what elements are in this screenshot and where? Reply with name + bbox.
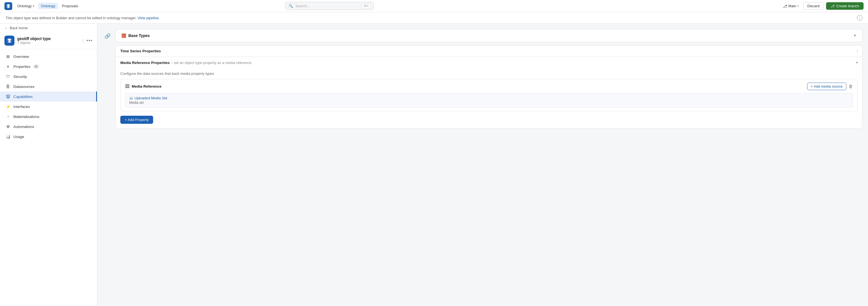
sidebar: ← Back home geotiff object type 7 object…	[0, 24, 97, 306]
time-series-header[interactable]: Time Series Properties ›	[116, 46, 862, 57]
media-card-actions: + Add media source 🗑	[807, 83, 853, 90]
branch-icon: ⎇	[783, 4, 787, 8]
plug-icon: ⚡	[5, 104, 10, 109]
svg-marker-0	[6, 94, 10, 96]
branch-plus-icon: ⎇	[831, 4, 835, 8]
media-reference-header[interactable]: Media Reference Properties – set an obje…	[116, 57, 862, 68]
layout: ← Back home geotiff object type 7 object…	[0, 24, 868, 306]
uploaded-media-icon: 🗂	[129, 96, 133, 100]
panels-col: 🧱 Base Types ▼ Time Series Properties ›	[116, 29, 863, 132]
sidebar-item-capabilities[interactable]: Capabilities	[0, 91, 97, 102]
add-property-button[interactable]: + Add Property	[120, 116, 153, 124]
media-reference-chevron: ▾	[856, 61, 858, 64]
nav-item-ontology-dropdown[interactable]: Ontology ▾	[14, 3, 37, 9]
capabilities-panel: Time Series Properties › Media Reference…	[116, 45, 863, 129]
search-icon: 🔍	[289, 4, 293, 8]
nav-section: Ontology ▾ Ontology Proposals	[14, 3, 81, 9]
layers-icon	[5, 94, 10, 99]
add-media-source-button[interactable]: + Add media source	[807, 83, 846, 90]
object-type-info: geotiff object type 7 objects	[17, 36, 51, 45]
more-options-icon[interactable]: •••	[86, 38, 93, 44]
media-reference-body: Configure the data sources that back med…	[116, 68, 862, 116]
chevron-down-icon: ▾	[33, 4, 34, 7]
search-shortcut: ⌘K	[362, 4, 370, 8]
content-area: 🔗 🧱 Base Types ▼	[103, 29, 863, 132]
media-source-name: 🗂 Uploaded Media Set	[129, 96, 849, 100]
base-types-panel: 🧱 Base Types ▼	[116, 29, 863, 42]
sidebar-nav: ⊞ Overview ≡ Properties 4 🛡 Security 🗄 D…	[0, 49, 97, 306]
sidebar-item-automations[interactable]: ⚙ Automations	[0, 121, 97, 132]
list-icon: ≡	[5, 64, 10, 69]
base-types-chevron: ▼	[853, 34, 857, 37]
sidebar-item-datasources[interactable]: 🗄 Datasources	[0, 82, 97, 91]
base-types-header[interactable]: 🧱 Base Types ▼	[116, 29, 862, 42]
sidebar-item-usage[interactable]: 📊 Usage	[0, 132, 97, 142]
media-reference-icon: 🖼	[125, 84, 129, 89]
grid-icon: ⊞	[5, 54, 10, 59]
media-source-row: 🗂 Uploaded Media Set Media set	[125, 93, 853, 108]
config-text: Configure the data sources that back med…	[120, 72, 858, 76]
topnav: Ontology ▾ Ontology Proposals 🔍 Search..…	[0, 0, 868, 12]
time-series-chevron: ›	[857, 49, 858, 53]
bar-chart-icon: 📊	[5, 134, 10, 139]
create-branch-button[interactable]: ⎇ Create branch	[826, 2, 864, 10]
nav-item-proposals[interactable]: Proposals	[59, 3, 81, 9]
database-icon: 🗄	[5, 84, 10, 89]
info-circle-icon[interactable]: i	[857, 15, 863, 21]
topnav-right: ⎇ Main ▾ Discard ⎇ Create branch	[780, 2, 864, 10]
delete-media-card-icon[interactable]: 🗑	[848, 84, 853, 89]
sidebar-item-materializations[interactable]: ↑ Materializations	[0, 112, 97, 121]
discard-button[interactable]: Discard	[803, 2, 824, 10]
shield-icon: 🛡	[5, 74, 10, 79]
link-col: 🔗	[103, 29, 112, 132]
back-arrow-icon: ←	[4, 26, 8, 30]
nav-item-ontology[interactable]: Ontology	[38, 3, 58, 9]
sidebar-item-security[interactable]: 🛡 Security	[0, 72, 97, 82]
media-card: 🖼 Media Reference + Add media source 🗑	[120, 79, 858, 111]
info-banner-text: This object type was defined in Builder …	[5, 16, 160, 20]
base-types-icon: 🧱	[121, 33, 126, 38]
object-type-icon	[4, 36, 14, 46]
object-header-actions: ☆ •••	[81, 38, 93, 44]
main-content: 🔗 🧱 Base Types ▼	[97, 24, 868, 306]
sidebar-item-interfaces[interactable]: ⚡ Interfaces	[0, 102, 97, 112]
branch-chevron-icon: ▾	[798, 4, 799, 7]
branch-selector[interactable]: ⎇ Main ▾	[780, 3, 801, 9]
media-card-title: 🖼 Media Reference	[125, 84, 161, 89]
view-pipeline-link[interactable]: View pipeline.	[137, 16, 160, 20]
sidebar-header: geotiff object type 7 objects ☆ •••	[0, 32, 97, 49]
back-home-button[interactable]: ← Back home	[0, 24, 97, 32]
favorite-icon[interactable]: ☆	[81, 38, 85, 43]
automations-icon: ⚙	[5, 124, 10, 129]
app-logo[interactable]	[4, 2, 12, 10]
sidebar-item-overview[interactable]: ⊞ Overview	[0, 52, 97, 61]
upload-icon: ↑	[5, 114, 10, 119]
link-icon-button[interactable]: 🔗	[103, 32, 112, 40]
sidebar-item-properties[interactable]: ≡ Properties 4	[0, 61, 97, 72]
media-source-sub: Media set	[129, 101, 849, 105]
media-card-header: 🖼 Media Reference + Add media source 🗑	[125, 83, 853, 90]
info-banner: This object type was defined in Builder …	[0, 12, 868, 24]
search-bar[interactable]: 🔍 Search... ⌘K	[285, 2, 374, 10]
